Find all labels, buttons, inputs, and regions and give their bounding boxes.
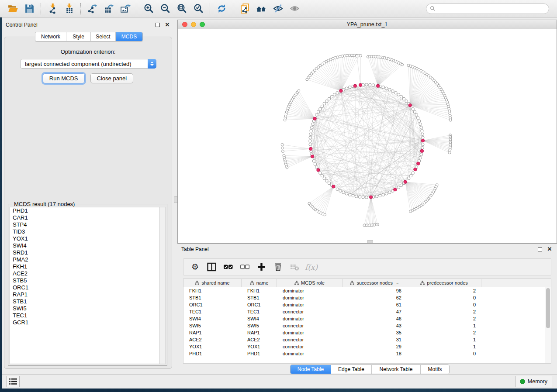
canvas-splitter-grip[interactable] xyxy=(367,240,373,243)
run-mcds-button[interactable]: Run MCDS xyxy=(43,73,85,83)
ring-node[interactable] xyxy=(333,93,336,96)
ring-node[interactable] xyxy=(412,107,415,110)
close-window-icon[interactable] xyxy=(182,22,187,27)
mcds-result-item[interactable]: SWI4 xyxy=(10,242,159,249)
export-table-button[interactable] xyxy=(100,2,117,16)
zoom-out-button[interactable] xyxy=(157,2,173,16)
column-header-MCDS-role[interactable]: MCDS role xyxy=(277,279,343,287)
mcds-node[interactable] xyxy=(359,83,362,86)
ring-node[interactable] xyxy=(328,97,331,100)
ring-node[interactable] xyxy=(385,87,388,90)
ring-node[interactable] xyxy=(388,88,391,91)
ring-node[interactable] xyxy=(382,193,385,196)
table-row[interactable]: ORC1ORC1dominator610 xyxy=(183,301,551,308)
mcds-node[interactable] xyxy=(369,196,372,199)
ring-node[interactable] xyxy=(413,110,416,113)
leaf-node[interactable] xyxy=(363,224,366,227)
ring-node[interactable] xyxy=(325,179,328,182)
ring-node[interactable] xyxy=(342,191,345,194)
mcds-result-item[interactable]: CAR1 xyxy=(10,214,159,221)
ring-node[interactable] xyxy=(311,123,315,126)
ring-node[interactable] xyxy=(419,123,422,126)
mcds-result-item[interactable]: ORC1 xyxy=(10,284,159,291)
table-row[interactable]: SWI4SWI4dominator462 xyxy=(183,315,551,322)
leaf-node[interactable] xyxy=(339,55,341,58)
mcds-result-item[interactable]: STB5 xyxy=(10,277,159,284)
ring-node[interactable] xyxy=(328,182,331,185)
table-row[interactable]: RAP1RAP1dominator352 xyxy=(183,329,551,336)
table-row[interactable]: ACE2ACE2connector311 xyxy=(183,336,551,343)
table-row[interactable]: TEC1TEC1connector472 xyxy=(183,308,551,315)
table-row[interactable]: STB1STB1dominator620 xyxy=(183,294,551,301)
ring-node[interactable] xyxy=(421,133,424,136)
ring-node[interactable] xyxy=(391,89,394,93)
delete-columns-button[interactable] xyxy=(272,261,284,273)
ring-node[interactable] xyxy=(397,93,400,96)
ring-node[interactable] xyxy=(321,105,324,108)
ring-node[interactable] xyxy=(412,172,415,175)
mcds-result-item[interactable]: GCR1 xyxy=(10,319,159,326)
export-image-button[interactable] xyxy=(117,2,134,16)
apply-layout-button[interactable] xyxy=(213,2,230,16)
task-history-button[interactable] xyxy=(7,376,20,387)
ring-node[interactable] xyxy=(348,86,351,89)
leaf-node[interactable] xyxy=(409,210,412,213)
mcds-node[interactable] xyxy=(417,162,420,165)
ring-node[interactable] xyxy=(339,189,342,193)
ring-node[interactable] xyxy=(309,143,312,146)
ring-node[interactable] xyxy=(323,177,326,180)
show-all-button[interactable] xyxy=(286,2,303,16)
ring-node[interactable] xyxy=(407,177,410,180)
mcds-node[interactable] xyxy=(408,103,412,107)
minimize-window-icon[interactable] xyxy=(191,22,196,27)
leaf-node[interactable] xyxy=(356,55,358,57)
first-neighbors-button[interactable] xyxy=(253,2,270,16)
network-canvas[interactable] xyxy=(178,29,557,243)
tab-node-table[interactable]: Node Table xyxy=(291,365,331,374)
ring-node[interactable] xyxy=(418,120,421,123)
mcds-node[interactable] xyxy=(404,180,407,183)
ring-node[interactable] xyxy=(321,174,324,177)
mcds-node[interactable] xyxy=(339,89,343,92)
network-graph[interactable] xyxy=(178,29,557,243)
ring-node[interactable] xyxy=(330,95,333,98)
search-input[interactable] xyxy=(438,6,545,12)
ring-node[interactable] xyxy=(323,102,326,105)
ring-node[interactable] xyxy=(362,196,365,199)
leaf-node[interactable] xyxy=(448,151,451,154)
table-scrollbar[interactable] xyxy=(545,287,551,363)
mcds-result-item[interactable]: SWI5 xyxy=(10,305,159,312)
ring-node[interactable] xyxy=(397,186,400,189)
ring-node[interactable] xyxy=(368,83,371,86)
column-header-name[interactable]: name xyxy=(242,279,277,287)
ring-node[interactable] xyxy=(348,193,351,196)
mcds-result-item[interactable]: RAP1 xyxy=(10,291,159,298)
leaf-node[interactable] xyxy=(401,63,404,66)
ring-node[interactable] xyxy=(345,87,348,90)
mcds-node[interactable] xyxy=(332,185,335,188)
ring-node[interactable] xyxy=(385,192,388,195)
tab-edge-table[interactable]: Edge Table xyxy=(331,365,372,374)
mcds-node[interactable] xyxy=(309,147,312,150)
leaf-node[interactable] xyxy=(359,54,362,57)
table-settings-button[interactable]: ⚙ xyxy=(189,261,201,273)
mcds-node[interactable] xyxy=(311,155,314,158)
ring-node[interactable] xyxy=(309,140,312,143)
mcds-result-item[interactable]: STB1 xyxy=(10,298,159,305)
ring-node[interactable] xyxy=(388,191,391,194)
ring-node[interactable] xyxy=(400,95,403,98)
ring-node[interactable] xyxy=(310,129,313,132)
mcds-node[interactable] xyxy=(394,188,397,191)
table-row[interactable]: FKH1FKH1dominator962 xyxy=(183,287,551,294)
column-header-predecessor-nodes[interactable]: predecessor nodes xyxy=(407,279,481,287)
ring-node[interactable] xyxy=(325,100,328,103)
ring-node[interactable] xyxy=(416,117,419,120)
mcds-node[interactable] xyxy=(414,168,417,171)
ring-node[interactable] xyxy=(317,110,320,113)
ring-node[interactable] xyxy=(312,159,315,162)
mcds-result-item[interactable]: STP4 xyxy=(10,221,159,228)
export-network-button[interactable] xyxy=(84,2,100,16)
mcds-node[interactable] xyxy=(376,84,379,87)
import-table-button[interactable] xyxy=(61,2,77,16)
leaf-node[interactable] xyxy=(341,55,344,58)
